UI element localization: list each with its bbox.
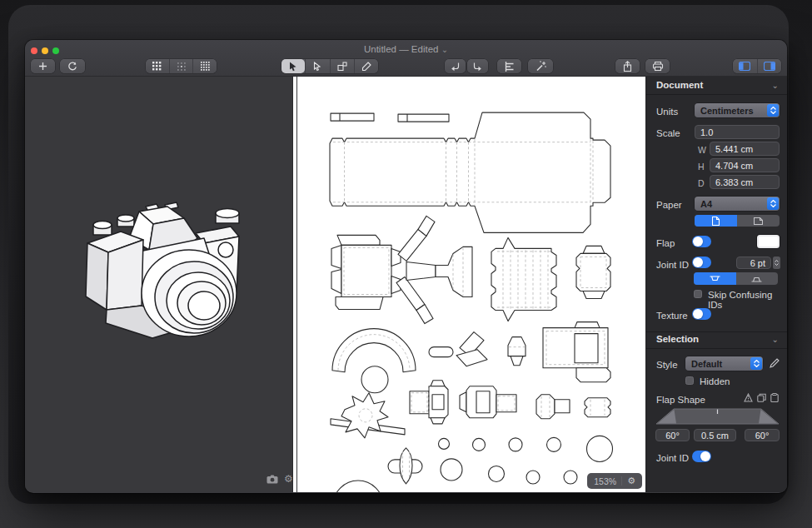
cursor-outline-icon bbox=[312, 62, 322, 72]
grid-dense-button[interactable] bbox=[192, 59, 217, 73]
height-input[interactable]: 4.704 cm bbox=[710, 158, 780, 172]
style-dropdown[interactable]: Default bbox=[685, 356, 763, 371]
align-left-icon bbox=[505, 62, 515, 72]
title-chevron-icon[interactable]: ⌄ bbox=[441, 45, 448, 54]
document-collapse-chevron-icon[interactable]: ⌄ bbox=[772, 81, 779, 90]
marketing-stage: Untitled — Edited ⌄ bbox=[0, 0, 812, 528]
grid-large-button[interactable] bbox=[146, 59, 169, 73]
unfold-pattern: .s{fill:#ffffff;stroke:#2c2c2c;stroke-wi… bbox=[293, 77, 645, 492]
refresh-button[interactable] bbox=[60, 59, 85, 73]
selection-section-header[interactable]: Selection bbox=[656, 334, 699, 344]
snapshot-camera-icon[interactable] bbox=[267, 475, 278, 484]
id-on-flap-icon bbox=[710, 276, 720, 282]
paper-value: A4 bbox=[700, 199, 712, 209]
print-icon bbox=[652, 61, 664, 72]
style-label: Style bbox=[656, 360, 678, 370]
node-tool-button[interactable] bbox=[330, 59, 354, 73]
skip-confusing-ids-label: Skip Confusing IDs bbox=[708, 290, 787, 310]
plus-icon bbox=[38, 62, 47, 71]
toggle-left-panel-button[interactable] bbox=[733, 59, 757, 73]
grid-dim-button[interactable] bbox=[169, 59, 193, 73]
paper-dropdown[interactable]: A4 bbox=[695, 197, 780, 211]
selection-joint-id-label: Joint ID bbox=[656, 453, 689, 463]
rotate-left-button[interactable] bbox=[445, 59, 466, 73]
magic-wand-icon bbox=[536, 61, 546, 72]
direct-select-tool-button[interactable] bbox=[305, 59, 329, 73]
landscape-orientation-button[interactable] bbox=[737, 215, 780, 227]
zoom-level-value: 153% bbox=[594, 476, 616, 486]
landscape-page-icon bbox=[754, 217, 763, 225]
canvas-settings-gear-icon[interactable]: ⚙ bbox=[627, 476, 635, 486]
share-button[interactable] bbox=[615, 59, 640, 73]
tool-segmented bbox=[281, 59, 378, 73]
units-value: Centimeters bbox=[700, 106, 754, 116]
skip-confusing-ids-checkbox[interactable] bbox=[694, 290, 702, 298]
print-button[interactable] bbox=[645, 59, 670, 73]
style-stepper-icon bbox=[750, 357, 762, 370]
viewport-settings-gear-icon[interactable]: ⚙ bbox=[284, 474, 293, 484]
zoom-indicator[interactable]: 153% ⚙ bbox=[587, 473, 642, 489]
right-panel-icon bbox=[764, 62, 775, 71]
toggle-knob bbox=[700, 451, 710, 461]
toggle-knob bbox=[693, 309, 703, 319]
flap-color-well[interactable] bbox=[757, 235, 780, 248]
joint-id-label: Joint ID bbox=[656, 260, 689, 270]
selection-collapse-chevron-icon[interactable]: ⌄ bbox=[772, 335, 779, 344]
magic-wand-button[interactable] bbox=[528, 59, 553, 73]
style-value: Default bbox=[691, 359, 722, 369]
selection-joint-id-toggle[interactable] bbox=[692, 451, 711, 462]
section-divider bbox=[646, 331, 787, 332]
depth-input[interactable]: 6.383 cm bbox=[710, 175, 780, 189]
cursor-filled-icon bbox=[288, 62, 298, 72]
width-value: 5.441 cm bbox=[715, 144, 753, 154]
flap-angle-right-value: 60° bbox=[755, 431, 770, 441]
select-tool-button[interactable] bbox=[281, 59, 305, 73]
panel-toggle-segmented bbox=[733, 59, 781, 73]
flap-angle-left-input[interactable]: 60° bbox=[655, 429, 690, 441]
flap-angle-right-input[interactable]: 60° bbox=[745, 429, 780, 441]
copy-flap-icon[interactable] bbox=[757, 393, 766, 402]
section-divider bbox=[646, 348, 787, 349]
id-on-flap-button[interactable] bbox=[694, 272, 736, 285]
scale-value: 1.0 bbox=[700, 127, 713, 137]
toggle-knob bbox=[693, 257, 703, 267]
knife-tool-button[interactable] bbox=[354, 59, 378, 73]
inspector-sidebar: Document ⌄ Units Centimeters Scale 1.0 W… bbox=[645, 77, 787, 492]
flap-shape-editor[interactable] bbox=[655, 408, 780, 425]
scale-input[interactable]: 1.0 bbox=[695, 125, 780, 139]
joint-id-placement-segmented bbox=[694, 272, 778, 285]
joint-id-size-input[interactable]: 6 pt bbox=[736, 257, 771, 269]
units-dropdown[interactable]: Centimeters bbox=[695, 103, 780, 117]
rotate-right-button[interactable] bbox=[467, 59, 488, 73]
joint-id-toggle[interactable] bbox=[692, 257, 711, 268]
document-section-header[interactable]: Document bbox=[656, 80, 703, 90]
width-label: W bbox=[698, 145, 706, 155]
id-on-face-button[interactable] bbox=[736, 272, 779, 285]
refresh-icon bbox=[67, 62, 77, 72]
share-icon bbox=[622, 61, 633, 72]
joint-id-size-stepper[interactable] bbox=[773, 257, 780, 269]
app-window: Untitled — Edited ⌄ bbox=[25, 40, 787, 493]
paper-label: Paper bbox=[656, 200, 682, 210]
edit-style-pencil-icon[interactable] bbox=[770, 358, 780, 368]
hidden-checkbox[interactable] bbox=[685, 376, 694, 385]
align-button[interactable] bbox=[497, 59, 521, 73]
viewport-3d[interactable]: ⚙ bbox=[25, 77, 293, 492]
pattern-canvas[interactable]: .s{fill:#ffffff;stroke:#2c2c2c;stroke-wi… bbox=[293, 77, 645, 492]
symmetric-flap-icon[interactable] bbox=[744, 393, 753, 402]
flap-toggle[interactable] bbox=[692, 236, 711, 247]
id-on-face-icon bbox=[751, 276, 762, 282]
add-button[interactable] bbox=[31, 59, 55, 73]
paste-flap-icon[interactable] bbox=[770, 393, 779, 402]
portrait-orientation-button[interactable] bbox=[695, 215, 737, 227]
height-label: H bbox=[698, 162, 705, 172]
flap-width-input[interactable]: 0.5 cm bbox=[694, 429, 736, 441]
section-divider bbox=[646, 94, 787, 95]
titlebar: Untitled — Edited ⌄ bbox=[25, 40, 787, 77]
grid-4x4-icon bbox=[201, 62, 210, 71]
texture-label: Texture bbox=[656, 311, 688, 321]
left-panel-icon bbox=[739, 62, 750, 71]
texture-toggle[interactable] bbox=[692, 308, 711, 320]
width-input[interactable]: 5.441 cm bbox=[710, 142, 780, 156]
toggle-right-panel-button[interactable] bbox=[757, 59, 782, 73]
